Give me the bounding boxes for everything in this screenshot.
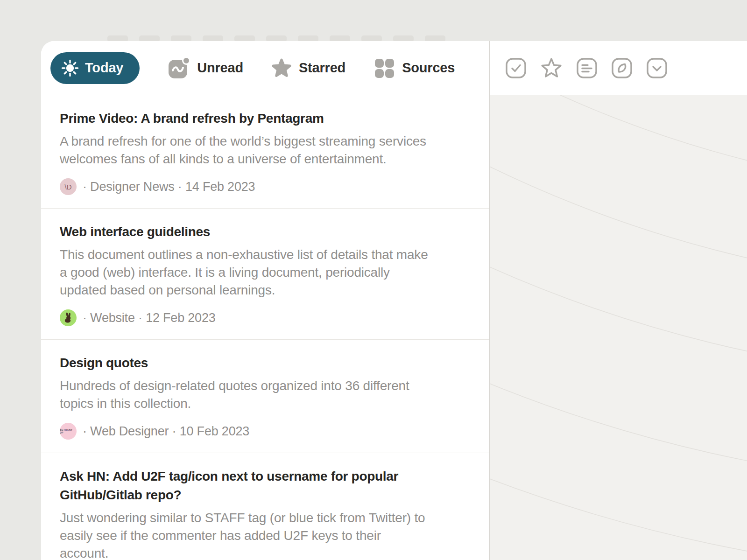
leaf-browser-icon: [611, 57, 633, 79]
source-avatar: [60, 309, 77, 326]
star-icon: [271, 58, 292, 78]
source-avatar: BETHANY DP: [60, 423, 77, 440]
source-and-date: · Designer News · 14 Feb 2023: [83, 180, 255, 194]
article-summary: A brand refresh for one of the world’s b…: [60, 133, 429, 168]
article-title: Prime Video: A brand refresh by Pentagra…: [60, 109, 443, 128]
tab-starred-label: Starred: [299, 60, 345, 76]
article-title: Design quotes: [60, 354, 443, 372]
star-article-button[interactable]: [540, 57, 563, 79]
tab-sources[interactable]: Sources: [374, 57, 455, 79]
article-meta-row: BETHANY DP · Web Designer · 10 Feb 2023: [60, 423, 461, 440]
app-window: Today Unread Starred: [41, 41, 747, 560]
tab-unread[interactable]: Unread: [168, 57, 243, 79]
article-title: Web interface guidelines: [60, 223, 443, 241]
article-meta-row: · Website · 12 Feb 2023: [60, 309, 461, 326]
filter-toolbar: Today Unread Starred: [41, 41, 489, 95]
article-summary: Hundreds of design-related quotes organi…: [60, 377, 429, 413]
activity-icon: [168, 57, 190, 79]
tab-today[interactable]: Today: [50, 52, 140, 84]
mark-read-button[interactable]: [505, 57, 527, 79]
article-list-item[interactable]: Design quotes Hundreds of design-related…: [41, 340, 489, 453]
article-list-pane: Today Unread Starred: [41, 41, 489, 560]
tab-unread-label: Unread: [197, 60, 243, 76]
article-list: Prime Video: A brand refresh by Pentagra…: [41, 95, 489, 560]
article-list-icon: [576, 57, 598, 79]
article-list-item[interactable]: Web interface guidelines This document o…: [41, 209, 489, 340]
article-actions-toolbar: [490, 41, 747, 95]
sun-icon: [61, 59, 79, 77]
source-and-date: · Website · 12 Feb 2023: [83, 311, 216, 325]
chevron-down-square-icon: [646, 57, 668, 79]
tab-sources-label: Sources: [402, 60, 455, 76]
article-view-button[interactable]: [576, 57, 598, 79]
article-summary: This document outlines a non-exhaustive …: [60, 246, 429, 299]
article-list-item[interactable]: Prime Video: A brand refresh by Pentagra…: [41, 95, 489, 209]
article-list-item[interactable]: Ask HN: Add U2F tag/icon next to usernam…: [41, 453, 489, 560]
more-options-button[interactable]: [646, 57, 668, 79]
reading-pane: [489, 41, 747, 560]
source-and-date: · Web Designer · 10 Feb 2023: [83, 424, 249, 439]
reading-pane-empty-state: [490, 95, 747, 560]
open-in-browser-button[interactable]: [611, 57, 633, 79]
star-outline-icon: [540, 57, 563, 79]
tab-starred[interactable]: Starred: [271, 58, 345, 78]
grid-icon: [374, 57, 395, 79]
decorative-arcs: [490, 95, 747, 560]
checkmark-square-icon: [505, 57, 527, 79]
source-avatar: \D: [60, 178, 77, 195]
article-title: Ask HN: Add U2F tag/icon next to usernam…: [60, 467, 443, 504]
tab-today-label: Today: [85, 60, 123, 76]
article-meta-row: \D · Designer News · 14 Feb 2023: [60, 178, 461, 195]
article-summary: Just wondering similar to STAFF tag (or …: [60, 509, 429, 560]
rabbit-icon: [62, 312, 74, 324]
